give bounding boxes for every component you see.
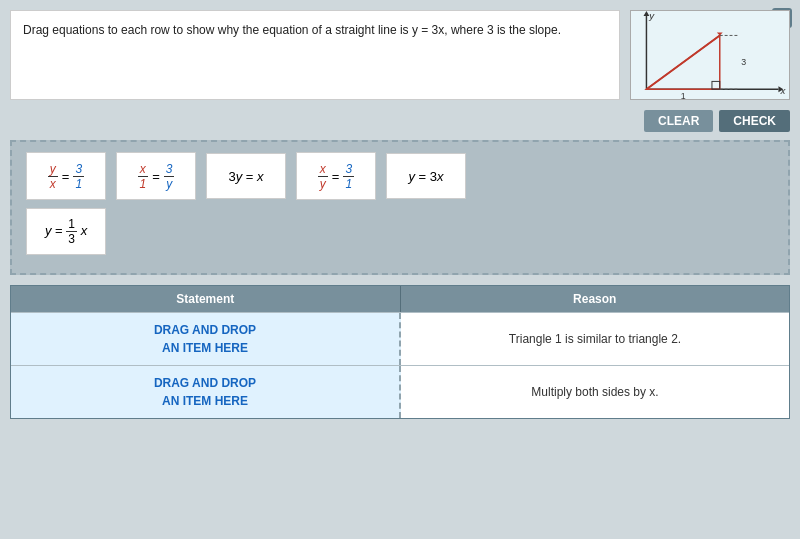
equations-row-1: y x = 3 1 x 1 <box>26 152 774 200</box>
svg-line-7 <box>646 35 719 89</box>
svg-text:y: y <box>648 11 655 21</box>
equation-card-4[interactable]: x y = 3 1 <box>296 152 376 200</box>
eq2-left: x 1 <box>138 161 149 191</box>
col-reason-header: Reason <box>401 286 790 312</box>
clear-button[interactable]: CLEAR <box>644 110 713 132</box>
eq2-right: 3 y <box>164 161 175 191</box>
eq3-text: 3y = x <box>228 169 263 184</box>
table-row-2: DRAG AND DROPAN ITEM HERE Multiply both … <box>11 365 789 418</box>
eq1-left: y x <box>48 161 58 191</box>
top-section: Drag equations to each row to show why t… <box>10 10 790 100</box>
equations-row-2: y = 1 3 x <box>26 208 774 255</box>
eq4-left: x y <box>318 161 328 191</box>
svg-text:1: 1 <box>681 91 686 99</box>
eq5-text: y = 3x <box>408 169 443 184</box>
table-row-2-statement[interactable]: DRAG AND DROPAN ITEM HERE <box>11 366 401 418</box>
table-row-1: DRAG AND DROPAN ITEM HERE Triangle 1 is … <box>11 312 789 365</box>
eq4-right: 3 1 <box>343 161 354 191</box>
table-row-1-reason: Triangle 1 is similar to triangle 2. <box>401 313 789 365</box>
equation-card-2[interactable]: x 1 = 3 y <box>116 152 196 200</box>
instructions-text: Drag equations to each row to show why t… <box>23 23 561 37</box>
drag-drop-placeholder-1: DRAG AND DROPAN ITEM HERE <box>154 321 256 357</box>
check-button[interactable]: CHECK <box>719 110 790 132</box>
equation-card-1[interactable]: y x = 3 1 <box>26 152 106 200</box>
graph-box: y x 3 1 <box>630 10 790 100</box>
equation-card-6[interactable]: y = 1 3 x <box>26 208 106 255</box>
col-statement-header: Statement <box>11 286 401 312</box>
main-container: ♪ Drag equations to each row to show why… <box>0 0 800 539</box>
table-row-2-reason: Multiply both sides by x. <box>401 366 789 418</box>
svg-text:x: x <box>779 85 786 96</box>
table-section: Statement Reason DRAG AND DROPAN ITEM HE… <box>10 285 790 419</box>
equation-card-5[interactable]: y = 3x <box>386 153 466 199</box>
table-row-1-statement[interactable]: DRAG AND DROPAN ITEM HERE <box>11 313 401 365</box>
instructions-box: Drag equations to each row to show why t… <box>10 10 620 100</box>
table-body: DRAG AND DROPAN ITEM HERE Triangle 1 is … <box>11 312 789 418</box>
graph-svg: y x 3 1 <box>631 11 789 99</box>
drag-drop-placeholder-2: DRAG AND DROPAN ITEM HERE <box>154 374 256 410</box>
equation-card-3[interactable]: 3y = x <box>206 153 286 199</box>
eq6-text: y = 1 3 x <box>45 217 87 246</box>
table-header: Statement Reason <box>11 286 789 312</box>
svg-text:3: 3 <box>741 57 746 67</box>
equations-area: y x = 3 1 x 1 <box>10 140 790 275</box>
svg-rect-9 <box>712 81 720 89</box>
eq1-right: 3 1 <box>73 161 84 191</box>
button-row: CLEAR CHECK <box>10 110 790 132</box>
